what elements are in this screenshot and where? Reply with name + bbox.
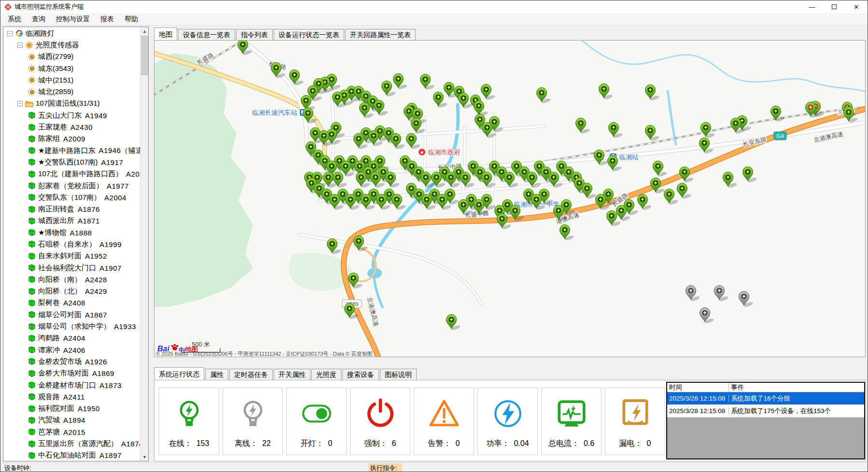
tab-属性[interactable]: 属性 <box>205 369 228 380</box>
tree-item[interactable]: −临湘路灯 <box>3 28 140 39</box>
tree-item[interactable]: 自来水斜对面A1952 <box>3 250 140 262</box>
tree-item[interactable]: 107北（建新中路路口西）A2014 <box>3 168 140 180</box>
close-button[interactable]: ✕ <box>845 0 868 13</box>
tree-item[interactable]: 向阳桥（北）A2429 <box>3 286 140 297</box>
tree-item[interactable]: 芭茅塘A2015 <box>3 426 140 438</box>
tree-item[interactable]: 社会福利院大门口A1907 <box>3 262 140 274</box>
tree-item[interactable]: 五尖山大门东A1949 <box>3 110 140 121</box>
bulb-off-icon <box>237 398 269 430</box>
tree-item[interactable]: 谭家冲A2406 <box>3 344 140 356</box>
map-attribution: © 2025 Baidu - GS(2023)3206号 - 甲测资字11111… <box>156 351 372 357</box>
tree-item[interactable]: 陈家组A2009 <box>3 133 140 145</box>
menu-item-查询[interactable]: 查询 <box>27 14 51 25</box>
device-flag-icon <box>28 334 36 342</box>
tree-item[interactable]: 五里派出所（富源汽配）A1874 <box>3 438 140 449</box>
tree-item-code: A1949 <box>85 111 107 120</box>
tree-scrollbar[interactable]: ▲ ▼ <box>140 27 148 461</box>
card-value: 153 <box>196 439 210 447</box>
tree-item-label: 芭茅塘 <box>38 428 60 437</box>
tab-开关回路属性一览表[interactable]: 开关回路属性一览表 <box>345 29 416 40</box>
card-value: 0.04 <box>514 439 529 447</box>
map-viewport[interactable]: 长盛路长白路临湘长途汽车站★临湘市政府长安中路临湘站长安东路京港线京港澳高速长盛… <box>154 40 866 357</box>
tree-item[interactable]: 城中(2151) <box>3 74 140 86</box>
tree-item[interactable]: 金桥大市场对面A1869 <box>3 368 140 379</box>
tree-item[interactable]: 福利院对面A1950 <box>3 403 140 415</box>
tab-光照度[interactable]: 光照度 <box>311 369 341 380</box>
tree-item[interactable]: 王家珑巷A2430 <box>3 121 140 133</box>
tree-item[interactable]: 城西派出所A1871 <box>3 215 140 227</box>
tree-item-code: A1999 <box>99 240 122 249</box>
scroll-up-icon[interactable]: ▲ <box>140 27 149 35</box>
tree-item[interactable]: 金桥农贸市场A1926 <box>3 356 140 367</box>
sun-icon <box>28 76 36 84</box>
tree-item[interactable]: −光照度传感器 <box>3 39 140 51</box>
tree-item[interactable]: 南正街转盘A1876 <box>3 203 140 215</box>
tab-定时器任务[interactable]: 定时器任务 <box>229 369 273 380</box>
minimize-button[interactable]: — <box>801 0 823 13</box>
card-label: 开灯： <box>301 439 324 447</box>
close-icon: ✕ <box>854 3 859 11</box>
tab-指令列表[interactable]: 指令列表 <box>236 29 273 40</box>
status-card-offline: 离线：22 <box>223 388 283 455</box>
tree-item[interactable]: 石咀桥（自来水）A1999 <box>3 238 140 250</box>
tree-item[interactable]: 金桥建材市场门口A1873 <box>3 379 140 391</box>
scrollbar-thumb[interactable] <box>141 36 148 75</box>
event-log-col-time[interactable]: 时间 <box>667 383 729 392</box>
light-sensor-icon <box>25 41 33 49</box>
tree-item[interactable]: 梨树巷A2408 <box>3 297 140 309</box>
tree-item[interactable]: 彭家巷（党校后面）A1977 <box>3 180 140 192</box>
tree-item-code: A1894 <box>63 416 85 424</box>
bulb-on-icon <box>173 398 205 430</box>
event-log-col-event[interactable]: 事件 <box>729 383 746 392</box>
event-row[interactable]: 2025/3/28 12:15:08系统加载了16个分组 <box>667 392 864 405</box>
tree-item[interactable]: 交警队东（107南）A2004 <box>3 192 140 203</box>
tab-开关属性[interactable]: 开关属性 <box>274 369 310 380</box>
tree-item[interactable]: 向阳桥（南）A2428 <box>3 274 140 285</box>
menu-bar: 系统查询控制与设置报表帮助 <box>0 13 868 26</box>
tree-item-label: 陈家组 <box>38 134 60 143</box>
tree-item[interactable]: 烟草公司（求知中学）A1933 <box>3 320 140 332</box>
menu-item-控制与设置[interactable]: 控制与设置 <box>51 14 95 25</box>
scroll-down-icon[interactable]: ▼ <box>140 453 149 461</box>
tab-系统运行状态[interactable]: 系统运行状态 <box>154 367 204 380</box>
svg-text:G4: G4 <box>776 133 784 139</box>
tab-设备运行状态一览表[interactable]: 设备运行状态一览表 <box>274 29 344 40</box>
tab-图标说明[interactable]: 图标说明 <box>380 369 417 380</box>
card-value: 0 <box>328 439 333 447</box>
tree-item-label: 福利院对面 <box>38 404 74 413</box>
card-label: 告警： <box>428 439 451 447</box>
menu-item-报表[interactable]: 报表 <box>95 14 119 25</box>
tree-expander-icon[interactable]: − <box>17 42 23 48</box>
tree-item[interactable]: 汽贸城A1894 <box>3 415 140 426</box>
tree-item[interactable]: −107国道沿线(31/31) <box>3 98 140 110</box>
tree-item-label: 社会福利院大门口 <box>38 264 96 273</box>
tree-item-label: 谭家冲 <box>38 346 60 355</box>
tree-item[interactable]: 城西(2799) <box>3 51 140 63</box>
tree-item-code: A1946（辅道灯） <box>98 146 140 155</box>
tree-expander-icon[interactable]: − <box>7 31 13 36</box>
tree-item[interactable]: 烟草公司对面A1867 <box>3 309 140 320</box>
maximize-button[interactable] <box>823 0 845 13</box>
tree-item[interactable]: 城北(2859) <box>3 86 140 97</box>
tree-item[interactable]: ★建新中路路口东A1946（辅道灯） <box>3 145 140 156</box>
tab-设备信息一览表[interactable]: 设备信息一览表 <box>178 29 235 40</box>
tree-item[interactable]: 城东(3543) <box>3 63 140 74</box>
menu-item-系统[interactable]: 系统 <box>2 14 27 25</box>
tree-item[interactable]: ★博物馆A1888 <box>3 227 140 238</box>
menu-item-帮助[interactable]: 帮助 <box>119 14 143 25</box>
tab-搜索设备[interactable]: 搜索设备 <box>342 369 379 380</box>
card-label: 强制： <box>364 439 388 447</box>
device-flag-icon <box>28 135 36 143</box>
tree-item[interactable]: ★交警队西(107南)A1917 <box>3 156 140 168</box>
status-card-alarm: 告警：0 <box>414 388 474 455</box>
tree-item[interactable]: 鸿鹤路A2404 <box>3 333 140 344</box>
tab-地图[interactable]: 地图 <box>154 28 177 40</box>
tree-item[interactable]: 中石化加油站对面A1897 <box>3 450 140 461</box>
event-row[interactable]: 2025/3/28 12:15:08系统加载了175个设备，在线153个 <box>667 405 864 417</box>
tree-item[interactable]: 观音路A2411 <box>3 391 140 403</box>
tree-item-label: 光照度传感器 <box>36 41 79 50</box>
device-flag-icon <box>28 370 36 377</box>
power-rate-icon <box>492 398 524 430</box>
tree-expander-icon[interactable]: − <box>17 101 23 106</box>
tree-item-label: 彭家巷（党校后面） <box>38 181 103 191</box>
